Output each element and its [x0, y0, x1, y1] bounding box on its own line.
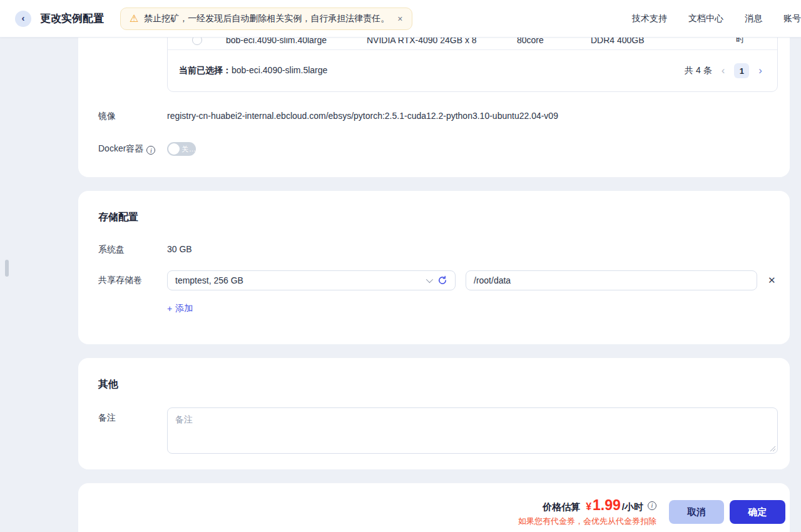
instance-config-card: bob-eci.4090-slim.40large NVIDIA RTX-409… [78, 38, 790, 177]
pagination-page-1[interactable]: 1 [734, 63, 749, 78]
plus-icon: + [167, 304, 172, 314]
system-disk-label: 系统盘 [98, 244, 167, 255]
refresh-icon[interactable] [437, 275, 447, 285]
pagination-prev-icon[interactable]: ‹ [722, 64, 725, 77]
price-estimate-block: 价格估算 ¥ 1.99 /小时 i 如果您有代金券，会优先从代金券扣除 [518, 497, 656, 527]
top-header: ‹ 更改实例配置 ⚠ 禁止挖矿，一经发现后自动删除相关实例，自行承担法律责任。 … [0, 0, 801, 38]
pagination: 共 4 条 ‹ 1 › [685, 63, 762, 78]
spec-gpu: NVIDIA RTX-4090 24GB x 8 [367, 38, 517, 45]
pagination-total: 共 4 条 [685, 65, 712, 76]
price-value: 1.99 [593, 497, 621, 514]
warning-text: 禁止挖矿，一经发现后自动删除相关实例，自行承担法律责任。 [144, 13, 389, 24]
left-scrollbar-handle[interactable] [5, 260, 9, 277]
current-selection: 当前已选择：bob-eci.4090-slim.5large [179, 65, 327, 76]
remark-textarea[interactable] [167, 407, 778, 454]
spec-name: bob-eci.4090-slim.40large [226, 38, 367, 45]
pagination-next-icon[interactable]: › [758, 64, 762, 77]
shared-volume-select[interactable]: temptest, 256 GB [167, 270, 456, 290]
storage-config-card: 存储配置 系统盘 30 GB 共享存储卷 temptest, 256 GB ✕ [78, 191, 790, 344]
docker-label: Docker容器 [98, 143, 143, 153]
shared-volume-row: 共享存储卷 temptest, 256 GB ✕ [98, 270, 778, 290]
confirm-button[interactable]: 确定 [730, 500, 785, 524]
warning-triangle-icon: ⚠ [130, 14, 138, 24]
nav-tech-support[interactable]: 技术支持 [632, 13, 667, 24]
current-selection-value: bob-eci.4090-slim.5large [232, 65, 327, 75]
spec-radio-cell [168, 38, 226, 45]
currency-symbol: ¥ [586, 501, 591, 513]
spec-cpu: 80core [517, 38, 591, 45]
docker-row: Docker容器i 关… [98, 142, 778, 156]
price-line: 价格估算 ¥ 1.99 /小时 i [518, 497, 656, 514]
spec-price-cell: ¥15.92/小时 [705, 38, 777, 45]
mining-warning-banner: ⚠ 禁止挖矿，一经发现后自动删除相关实例，自行承担法律责任。 × [120, 8, 412, 30]
price-estimate-label: 价格估算 [543, 501, 580, 513]
other-section-title: 其他 [98, 378, 778, 391]
remark-textarea-wrap [167, 407, 778, 454]
footer-action-bar: 价格估算 ¥ 1.99 /小时 i 如果您有代金券，会优先从代金券扣除 取消 确… [78, 483, 790, 532]
other-card: 其他 备注 [78, 358, 790, 469]
image-label: 镜像 [98, 111, 167, 122]
coupon-note: 如果您有代金券，会优先从代金券扣除 [518, 516, 656, 527]
current-selection-label: 当前已选择： [179, 65, 232, 75]
back-chevron-icon: ‹ [22, 13, 25, 23]
shared-volume-label: 共享存储卷 [98, 275, 167, 286]
spec-memory: DDR4 400GB [591, 38, 705, 45]
warning-close-icon[interactable]: × [397, 14, 402, 24]
toggle-knob [168, 143, 180, 155]
toggle-off-label: 关… [181, 145, 196, 154]
remark-label: 备注 [98, 407, 167, 454]
price-info-icon[interactable]: i [648, 501, 656, 510]
nav-messages[interactable]: 消息 [745, 13, 762, 24]
image-value: registry-cn-huabei2-internal.ebcloud.com… [167, 111, 558, 122]
spec-table: bob-eci.4090-slim.40large NVIDIA RTX-409… [167, 38, 778, 92]
chevron-down-icon [426, 276, 433, 283]
change-instance-config-page: ‹ 更改实例配置 ⚠ 禁止挖矿，一经发现后自动删除相关实例，自行承担法律责任。 … [0, 0, 801, 532]
cancel-button[interactable]: 取消 [669, 500, 724, 524]
remark-row: 备注 [98, 407, 778, 454]
docker-info-icon[interactable]: i [146, 146, 155, 155]
nav-doc-center[interactable]: 文档中心 [688, 13, 723, 24]
top-nav: 技术支持 文档中心 消息 账号余 [632, 0, 801, 38]
radio-unselected-icon[interactable] [192, 38, 202, 45]
system-disk-row: 系统盘 30 GB [98, 244, 778, 255]
system-disk-value: 30 GB [167, 244, 192, 255]
spec-price-unit: /小时 [733, 38, 745, 44]
mount-path-input[interactable] [466, 270, 757, 290]
storage-section-title: 存储配置 [98, 211, 778, 224]
docker-label-cell: Docker容器i [98, 143, 167, 155]
price-unit: /小时 [622, 501, 643, 513]
docker-toggle[interactable]: 关… [167, 142, 196, 156]
nav-account-balance[interactable]: 账号余 [783, 13, 801, 24]
remove-volume-icon[interactable]: ✕ [768, 275, 776, 286]
add-volume-button[interactable]: + 添加 [167, 303, 193, 314]
shared-volume-select-value: temptest, 256 GB [175, 275, 426, 285]
add-volume-label: 添加 [175, 303, 193, 314]
back-button[interactable]: ‹ [15, 11, 31, 27]
table-row[interactable]: bob-eci.4090-slim.40large NVIDIA RTX-409… [168, 38, 777, 50]
image-row: 镜像 registry-cn-huabei2-internal.ebcloud.… [98, 111, 778, 122]
page-title: 更改实例配置 [40, 11, 104, 26]
spec-table-footer: 当前已选择：bob-eci.4090-slim.5large 共 4 条 ‹ 1… [168, 50, 777, 91]
